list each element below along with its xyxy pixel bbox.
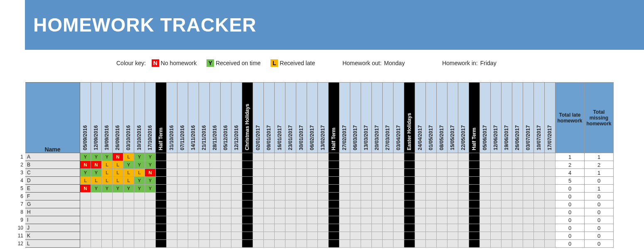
mark-cell[interactable] — [318, 216, 329, 224]
mark-cell[interactable] — [339, 169, 350, 177]
mark-cell[interactable] — [264, 185, 275, 193]
mark-cell[interactable] — [296, 161, 307, 169]
mark-cell[interactable] — [491, 177, 501, 185]
mark-cell[interactable] — [221, 216, 231, 224]
mark-cell[interactable] — [372, 153, 383, 161]
mark-cell[interactable] — [221, 224, 231, 232]
mark-cell[interactable] — [383, 169, 393, 177]
mark-cell[interactable] — [264, 200, 275, 208]
mark-cell[interactable] — [275, 200, 285, 208]
mark-cell[interactable] — [91, 208, 102, 216]
mark-cell[interactable] — [318, 232, 329, 240]
mark-cell[interactable] — [318, 240, 329, 248]
mark-cell[interactable] — [253, 240, 264, 248]
mark-cell[interactable] — [501, 232, 512, 240]
mark-cell[interactable]: N — [80, 161, 91, 169]
mark-cell[interactable] — [480, 232, 491, 240]
mark-cell[interactable] — [231, 208, 242, 216]
mark-cell[interactable] — [231, 224, 242, 232]
mark-cell[interactable] — [285, 200, 296, 208]
mark-cell[interactable] — [393, 185, 404, 193]
mark-cell[interactable] — [253, 193, 264, 200]
mark-cell[interactable] — [437, 208, 447, 216]
mark-cell[interactable] — [512, 224, 523, 232]
mark-cell[interactable] — [491, 224, 501, 232]
mark-cell[interactable] — [339, 161, 350, 169]
mark-cell[interactable] — [231, 240, 242, 248]
mark-cell[interactable] — [534, 208, 545, 216]
mark-cell[interactable] — [372, 240, 383, 248]
mark-cell[interactable] — [253, 200, 264, 208]
mark-cell[interactable] — [231, 161, 242, 169]
mark-cell[interactable]: L — [123, 177, 134, 185]
mark-cell[interactable] — [458, 177, 469, 185]
mark-cell[interactable] — [350, 224, 361, 232]
mark-cell[interactable] — [447, 177, 458, 185]
mark-cell[interactable] — [296, 185, 307, 193]
mark-cell[interactable] — [393, 208, 404, 216]
mark-cell[interactable]: L — [123, 153, 134, 161]
mark-cell[interactable] — [275, 153, 285, 161]
mark-cell[interactable] — [167, 161, 177, 169]
mark-cell[interactable]: N — [113, 153, 123, 161]
mark-cell[interactable] — [361, 153, 372, 161]
mark-cell[interactable] — [350, 193, 361, 200]
mark-cell[interactable] — [361, 240, 372, 248]
mark-cell[interactable] — [534, 216, 545, 224]
mark-cell[interactable] — [458, 232, 469, 240]
mark-cell[interactable] — [523, 185, 534, 193]
mark-cell[interactable] — [491, 169, 501, 177]
mark-cell[interactable] — [437, 185, 447, 193]
mark-cell[interactable] — [318, 161, 329, 169]
mark-cell[interactable]: L — [123, 169, 134, 177]
mark-cell[interactable] — [167, 169, 177, 177]
mark-cell[interactable] — [523, 200, 534, 208]
mark-cell[interactable] — [167, 153, 177, 161]
mark-cell[interactable] — [296, 177, 307, 185]
mark-cell[interactable] — [231, 185, 242, 193]
mark-cell[interactable] — [231, 232, 242, 240]
mark-cell[interactable] — [491, 216, 501, 224]
mark-cell[interactable] — [188, 185, 199, 193]
mark-cell[interactable] — [480, 185, 491, 193]
mark-cell[interactable] — [426, 200, 437, 208]
mark-cell[interactable] — [134, 216, 145, 224]
mark-cell[interactable] — [199, 177, 210, 185]
mark-cell[interactable]: L — [102, 161, 113, 169]
mark-cell[interactable] — [512, 177, 523, 185]
mark-cell[interactable] — [415, 200, 426, 208]
mark-cell[interactable] — [113, 216, 123, 224]
mark-cell[interactable] — [102, 240, 113, 248]
mark-cell[interactable] — [350, 200, 361, 208]
mark-cell[interactable] — [545, 208, 556, 216]
mark-cell[interactable] — [221, 161, 231, 169]
student-name-cell[interactable]: I — [25, 216, 80, 224]
mark-cell[interactable] — [415, 208, 426, 216]
mark-cell[interactable] — [264, 216, 275, 224]
mark-cell[interactable] — [426, 169, 437, 177]
mark-cell[interactable] — [134, 200, 145, 208]
mark-cell[interactable] — [210, 240, 221, 248]
mark-cell[interactable] — [253, 216, 264, 224]
mark-cell[interactable] — [491, 240, 501, 248]
mark-cell[interactable] — [393, 161, 404, 169]
mark-cell[interactable] — [545, 153, 556, 161]
mark-cell[interactable] — [275, 177, 285, 185]
mark-cell[interactable] — [285, 185, 296, 193]
mark-cell[interactable] — [177, 193, 188, 200]
mark-cell[interactable] — [415, 161, 426, 169]
mark-cell[interactable] — [264, 208, 275, 216]
mark-cell[interactable] — [426, 208, 437, 216]
mark-cell[interactable] — [393, 200, 404, 208]
mark-cell[interactable] — [275, 169, 285, 177]
mark-cell[interactable] — [210, 161, 221, 169]
mark-cell[interactable] — [113, 200, 123, 208]
mark-cell[interactable] — [480, 200, 491, 208]
mark-cell[interactable] — [318, 169, 329, 177]
mark-cell[interactable] — [512, 169, 523, 177]
mark-cell[interactable] — [372, 216, 383, 224]
mark-cell[interactable] — [361, 200, 372, 208]
mark-cell[interactable]: Y — [91, 169, 102, 177]
mark-cell[interactable] — [253, 169, 264, 177]
mark-cell[interactable] — [264, 193, 275, 200]
